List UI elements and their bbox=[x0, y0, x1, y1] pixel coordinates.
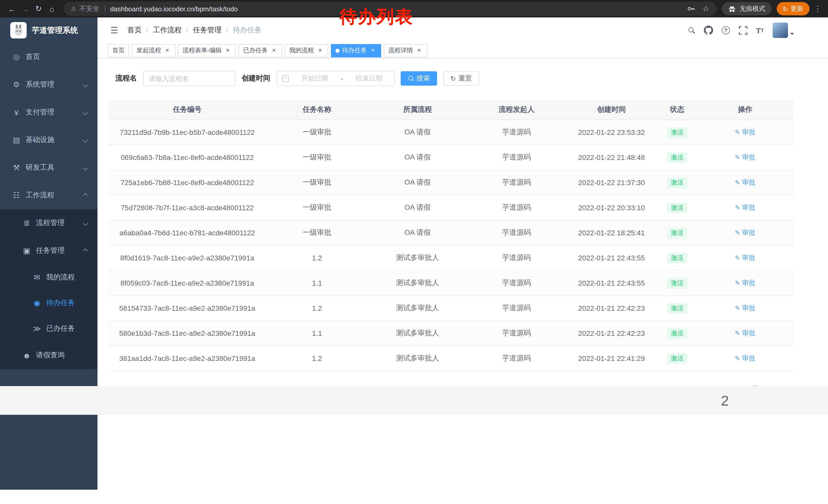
sidebar-item[interactable]: ⚙ 系统管理 bbox=[0, 71, 97, 98]
cell-task-id: 725a1eb6-7b88-11ec-8ef0-acde48001122 bbox=[108, 170, 267, 195]
task-manage-icon: ▣ bbox=[20, 246, 33, 255]
bookmark-star-icon[interactable]: ☆ bbox=[702, 4, 709, 13]
gear-icon: ⚙ bbox=[10, 80, 23, 89]
sidebar-menu: ◎ 首页 ⚙ 系统管理 ¥ 支付管理 bbox=[0, 43, 97, 369]
approve-link[interactable]: ✎ 审批 bbox=[735, 178, 755, 187]
edit-pen-icon: ✎ bbox=[735, 154, 740, 161]
reset-button[interactable]: ↻ 重置 bbox=[443, 71, 479, 86]
approve-link[interactable]: ✎ 审批 bbox=[735, 329, 755, 338]
sidebar-item[interactable]: ▤ 基础设施 bbox=[0, 126, 97, 154]
tab[interactable]: 我的流程 × bbox=[285, 44, 328, 57]
column-header: 创建时间 bbox=[565, 100, 658, 120]
browser-back-button[interactable]: ← bbox=[5, 2, 18, 15]
approve-link[interactable]: ✎ 审批 bbox=[735, 203, 755, 212]
close-icon[interactable]: × bbox=[369, 47, 377, 54]
tab[interactable]: 流程详情 × bbox=[384, 44, 427, 57]
close-icon[interactable]: × bbox=[224, 47, 232, 54]
app-title: 芋道管理系统 bbox=[32, 26, 78, 35]
sidebar-item[interactable]: ⚒ 研发工具 bbox=[0, 154, 97, 182]
dashboard-icon: ◎ bbox=[10, 52, 23, 61]
sidebar-item[interactable]: ✉ 我的流程 bbox=[0, 265, 97, 290]
breadcrumb-link[interactable]: 待办任务 bbox=[233, 26, 262, 35]
user-avatar[interactable] bbox=[773, 22, 794, 38]
chevron-icon bbox=[83, 137, 88, 142]
chevron-icon bbox=[83, 165, 88, 170]
font-size-icon[interactable]: TT bbox=[756, 26, 764, 35]
password-key-icon[interactable] bbox=[687, 5, 695, 13]
approve-link[interactable]: ✎ 审批 bbox=[735, 153, 755, 162]
table-row: 73211d9d-7b9b-11ec-b5b7-acde48001122 一级审… bbox=[108, 120, 794, 145]
update-button[interactable]: ↻ 更新 bbox=[777, 2, 810, 15]
table-header: 任务编号 任务名称 所属流程 流程发起人 创建时间 状态 操作 bbox=[108, 100, 794, 120]
sidebar-item-label: 请假查询 bbox=[36, 351, 65, 360]
process-name-input[interactable] bbox=[143, 71, 236, 86]
process-name-label: 流程名 bbox=[115, 74, 137, 83]
sidebar-item[interactable]: ◎ 首页 bbox=[0, 43, 97, 71]
approve-link[interactable]: ✎ 审批 bbox=[735, 278, 755, 288]
sidebar-item[interactable]: ¥ 支付管理 bbox=[0, 98, 97, 126]
search-button[interactable]: 搜索 bbox=[401, 71, 437, 86]
tab[interactable]: 发起流程 × bbox=[132, 44, 175, 57]
column-header: 任务名称 bbox=[267, 100, 367, 120]
cell-process: OA 请假 bbox=[367, 170, 468, 195]
browser-reload-button[interactable]: ↻ bbox=[32, 2, 45, 15]
tab[interactable]: 首页 × bbox=[108, 44, 129, 57]
browser-menu-icon[interactable]: ⋮ bbox=[813, 4, 823, 13]
sidebar-item[interactable]: ▣ 任务管理 bbox=[0, 237, 97, 265]
table-row: 381aa1dd-7ac8-11ec-a9e2-a2380e71991a 1.2… bbox=[108, 346, 794, 371]
browser-home-button[interactable]: ⌂ bbox=[45, 2, 58, 15]
table-row: 8f059c03-7ac8-11ec-a9e2-a2380e71991a 1.1… bbox=[108, 271, 794, 296]
table-row: 8f0d1619-7ac8-11ec-a9e2-a2380e71991a 1.2… bbox=[108, 245, 794, 271]
cell-created-time: 2022-01-21 22:42:23 bbox=[565, 321, 658, 346]
sidebar-collapse-icon[interactable]: ☰ bbox=[110, 25, 118, 36]
cell-initiator: 芋道源码 bbox=[468, 145, 565, 170]
breadcrumb-link[interactable]: 任务管理 bbox=[193, 26, 222, 35]
table-body: 73211d9d-7b9b-11ec-b5b7-acde48001122 一级审… bbox=[108, 120, 794, 371]
end-date-placeholder: 结束日期 bbox=[349, 74, 389, 83]
close-icon[interactable]: × bbox=[317, 47, 324, 54]
approve-link[interactable]: ✎ 审批 bbox=[735, 228, 755, 237]
app-logo-row[interactable]: 芋道管理系统 bbox=[0, 17, 97, 43]
sidebar-item[interactable]: ≫ 已办任务 bbox=[0, 316, 97, 341]
tab[interactable]: 已办任务 × bbox=[239, 44, 282, 57]
fullscreen-icon[interactable] bbox=[739, 26, 747, 35]
page-number-button[interactable]: 2 bbox=[0, 386, 828, 415]
cell-status: 激活 bbox=[658, 195, 697, 220]
sidebar-item[interactable]: ☻ 请假查询 bbox=[0, 341, 97, 369]
sidebar-item-label: 基础设施 bbox=[26, 135, 54, 145]
edit-pen-icon: ✎ bbox=[735, 330, 740, 337]
search-icon[interactable] bbox=[688, 27, 695, 34]
cell-action: ✎ 审批 bbox=[697, 321, 794, 346]
sidebar-item[interactable]: ≣ 流程管理 bbox=[0, 209, 97, 237]
approve-link[interactable]: ✎ 审批 bbox=[735, 128, 755, 137]
table-row: 580e1b3d-7ac8-11ec-a9e2-a2380e71991a 1.1… bbox=[108, 321, 794, 346]
close-icon[interactable]: × bbox=[271, 47, 278, 54]
cell-action: ✎ 审批 bbox=[697, 245, 794, 270]
cell-task-id: 73211d9d-7b9b-11ec-b5b7-acde48001122 bbox=[108, 120, 267, 145]
sidebar-item[interactable]: ☷ 工作流程 bbox=[0, 182, 97, 209]
approve-link-label: 审批 bbox=[742, 128, 755, 137]
cell-task-id: 381aa1dd-7ac8-11ec-a9e2-a2380e71991a bbox=[108, 346, 267, 371]
github-icon[interactable] bbox=[704, 26, 713, 35]
table-row: 725a1eb6-7b88-11ec-8ef0-acde48001122 一级审… bbox=[108, 170, 794, 195]
cell-status: 激活 bbox=[658, 120, 697, 145]
approve-link[interactable]: ✎ 审批 bbox=[735, 304, 755, 313]
approve-link[interactable]: ✎ 审批 bbox=[735, 354, 755, 363]
breadcrumb-link[interactable]: 首页 bbox=[127, 26, 142, 35]
cell-initiator: 芋道源码 bbox=[468, 170, 565, 195]
tab[interactable]: 流程表单-编辑 × bbox=[178, 44, 236, 57]
tab[interactable]: 待办任务 × bbox=[331, 44, 381, 57]
cell-initiator: 芋道源码 bbox=[468, 195, 565, 220]
approve-link[interactable]: ✎ 审批 bbox=[735, 253, 755, 263]
incognito-icon bbox=[728, 5, 736, 12]
date-range-picker[interactable]: 开始日期 - 结束日期 bbox=[277, 71, 395, 86]
close-icon[interactable]: × bbox=[416, 47, 423, 54]
page-buttons: 1 2 bbox=[0, 386, 725, 401]
sidebar-item[interactable]: ◉ 待办任务 bbox=[0, 290, 97, 316]
close-icon[interactable]: × bbox=[164, 47, 171, 54]
browser-forward-button[interactable]: → bbox=[18, 2, 32, 15]
help-icon[interactable]: ? bbox=[721, 26, 730, 34]
sidebar-item-label: 已办任务 bbox=[46, 324, 75, 333]
breadcrumb-link[interactable]: 工作流程 bbox=[153, 26, 181, 35]
leave-query-icon: ☻ bbox=[20, 351, 33, 360]
